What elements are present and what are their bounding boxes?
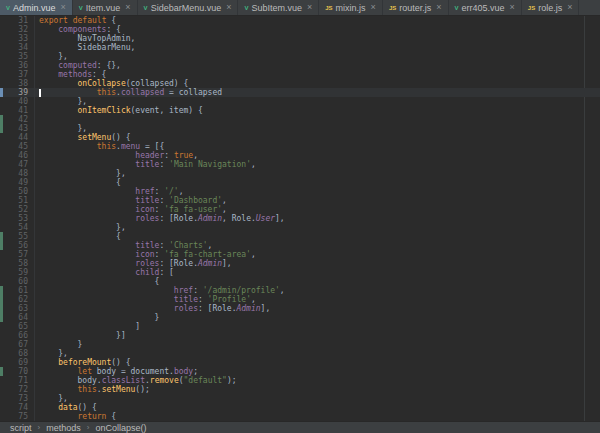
code-text[interactable]: [34, 115, 600, 124]
line-number[interactable]: 63: [3, 304, 34, 313]
line-number[interactable]: 47: [3, 160, 34, 169]
line-number[interactable]: 51: [3, 196, 34, 205]
code-line[interactable]: 47 title: 'Main Navigation',: [0, 160, 600, 169]
code-line[interactable]: 48 },: [0, 169, 600, 178]
line-number[interactable]: 45: [3, 142, 34, 151]
code-text[interactable]: setMenu() {: [34, 133, 600, 142]
tab-close-icon[interactable]: ×: [510, 3, 515, 12]
line-number[interactable]: 36: [3, 61, 34, 70]
code-text[interactable]: body.classList.remove("default");: [34, 376, 600, 385]
line-number[interactable]: 56: [3, 241, 34, 250]
line-number[interactable]: 57: [3, 250, 34, 259]
code-text[interactable]: return {: [34, 412, 600, 421]
code-text[interactable]: icon: 'fa fa-user',: [34, 205, 600, 214]
code-text[interactable]: title: 'Profile',: [34, 295, 600, 304]
code-line[interactable]: 58 roles: [Role.Admin],: [0, 259, 600, 268]
tab-close-icon[interactable]: ×: [125, 3, 130, 12]
code-line[interactable]: 61 href: '/admin/profile',: [0, 286, 600, 295]
code-line[interactable]: 71 body.classList.remove("default");: [0, 376, 600, 385]
line-number[interactable]: 46: [3, 151, 34, 160]
line-number[interactable]: 31: [3, 16, 34, 25]
code-text[interactable]: onCollapse(collapsed) {: [34, 79, 600, 88]
code-line[interactable]: 63 roles: [Role.Admin],: [0, 304, 600, 313]
code-text[interactable]: this.collapsed = collapsed: [34, 88, 600, 97]
line-number[interactable]: 50: [3, 187, 34, 196]
line-number[interactable]: 75: [3, 412, 34, 421]
code-text[interactable]: SidebarMenu,: [34, 43, 600, 52]
code-line[interactable]: 56 title: 'Charts',: [0, 241, 600, 250]
code-line[interactable]: 37 methods: {: [0, 70, 600, 79]
tab-close-icon[interactable]: ×: [226, 3, 231, 12]
tab-mixin.js[interactable]: JSmixin.js×: [319, 0, 383, 15]
tab-close-icon[interactable]: ×: [61, 3, 66, 12]
breadcrumb-item[interactable]: methods: [46, 423, 81, 433]
breadcrumb-item[interactable]: script: [10, 423, 32, 433]
code-line[interactable]: 33 NavTopAdmin,: [0, 34, 600, 43]
code-line[interactable]: 60 {: [0, 277, 600, 286]
code-text[interactable]: components: {: [34, 25, 600, 34]
code-text[interactable]: icon: 'fa fa-chart-area',: [34, 250, 600, 259]
line-number[interactable]: 48: [3, 169, 34, 178]
line-number[interactable]: 70: [3, 367, 34, 376]
tab-close-icon[interactable]: ×: [436, 3, 441, 12]
code-text[interactable]: },: [34, 223, 600, 232]
line-number[interactable]: 66: [3, 331, 34, 340]
code-text[interactable]: title: 'Charts',: [34, 241, 600, 250]
code-line[interactable]: 64 }: [0, 313, 600, 322]
line-number[interactable]: 68: [3, 349, 34, 358]
code-line[interactable]: 43 },: [0, 124, 600, 133]
line-number[interactable]: 72: [3, 385, 34, 394]
code-text[interactable]: href: '/',: [34, 187, 600, 196]
code-text[interactable]: roles: [Role.Admin],: [34, 304, 600, 313]
breadcrumb-item[interactable]: onCollapse(): [95, 423, 146, 433]
line-number[interactable]: 71: [3, 376, 34, 385]
tab-Item.vue[interactable]: VItem.vue×: [73, 0, 138, 15]
line-number[interactable]: 61: [3, 286, 34, 295]
line-number[interactable]: 32: [3, 25, 34, 34]
code-line[interactable]: 69 beforeMount() {: [0, 358, 600, 367]
code-line[interactable]: 35 },: [0, 52, 600, 61]
code-text[interactable]: },: [34, 349, 600, 358]
line-number[interactable]: 33: [3, 34, 34, 43]
code-line[interactable]: 36 computed: {},: [0, 61, 600, 70]
code-text[interactable]: {: [34, 277, 600, 286]
code-line[interactable]: 41 onItemClick(event, item) {: [0, 106, 600, 115]
code-text[interactable]: child: [: [34, 268, 600, 277]
tab-err405.vue[interactable]: Verr405.vue×: [449, 0, 522, 15]
code-text[interactable]: onItemClick(event, item) {: [34, 106, 600, 115]
line-number[interactable]: 39: [3, 88, 34, 97]
line-number[interactable]: 69: [3, 358, 34, 367]
code-line[interactable]: 34 SidebarMenu,: [0, 43, 600, 52]
code-text[interactable]: computed: {},: [34, 61, 600, 70]
line-number[interactable]: 44: [3, 133, 34, 142]
code-text[interactable]: title: 'Main Navigation',: [34, 160, 600, 169]
code-text[interactable]: this.setMenu();: [34, 385, 600, 394]
line-number[interactable]: 73: [3, 394, 34, 403]
code-line[interactable]: 32 components: {: [0, 25, 600, 34]
code-text[interactable]: {: [34, 232, 600, 241]
code-text[interactable]: header: true,: [34, 151, 600, 160]
line-number[interactable]: 41: [3, 106, 34, 115]
code-line[interactable]: 40 },: [0, 97, 600, 106]
code-line[interactable]: 31export default {: [0, 16, 600, 25]
code-text[interactable]: methods: {: [34, 70, 600, 79]
code-line[interactable]: 46 header: true,: [0, 151, 600, 160]
code-line[interactable]: 72 this.setMenu();: [0, 385, 600, 394]
tab-Admin.vue[interactable]: VAdmin.vue×: [0, 0, 73, 15]
code-line[interactable]: 59 child: [: [0, 268, 600, 277]
tab-SubItem.vue[interactable]: VSubItem.vue×: [238, 0, 319, 15]
code-line[interactable]: 57 icon: 'fa fa-chart-area',: [0, 250, 600, 259]
code-line[interactable]: 42: [0, 115, 600, 124]
tab-close-icon[interactable]: ×: [307, 3, 312, 12]
line-number[interactable]: 58: [3, 259, 34, 268]
line-number[interactable]: 74: [3, 403, 34, 412]
code-line[interactable]: 49 {: [0, 178, 600, 187]
code-text[interactable]: ]: [34, 322, 600, 331]
code-text[interactable]: {: [34, 178, 600, 187]
code-line[interactable]: 52 icon: 'fa fa-user',: [0, 205, 600, 214]
line-number[interactable]: 49: [3, 178, 34, 187]
line-number[interactable]: 35: [3, 52, 34, 61]
code-text[interactable]: }]: [34, 331, 600, 340]
code-line[interactable]: 68 },: [0, 349, 600, 358]
tab-close-icon[interactable]: ×: [371, 3, 376, 12]
